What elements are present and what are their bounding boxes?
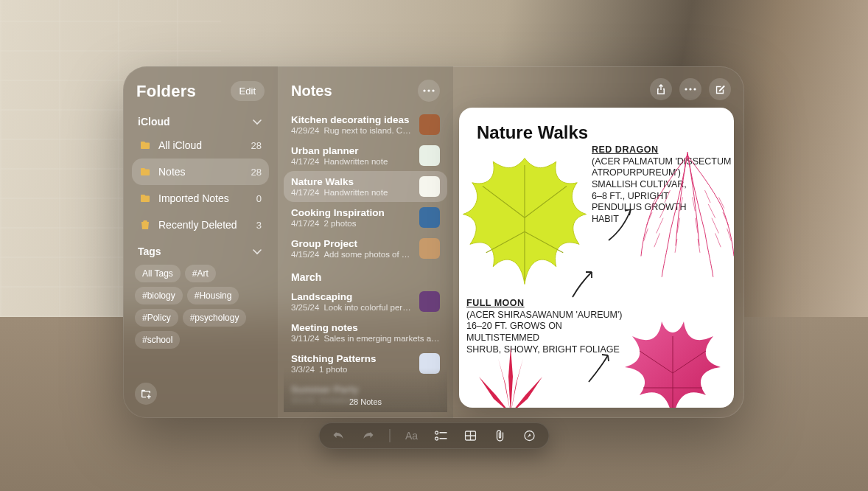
note-thumbnail	[419, 207, 440, 228]
section-label: Tags	[138, 246, 161, 257]
leaf-pink	[599, 314, 734, 408]
folder-plus-icon	[140, 388, 152, 400]
svg-point-6	[435, 431, 438, 434]
folder-count: 28	[251, 167, 262, 178]
new-folder-button[interactable]	[135, 383, 157, 405]
folder-count: 0	[256, 193, 262, 204]
sidebar-folder[interactable]: Notes28	[132, 159, 269, 185]
markup-button[interactable]	[522, 428, 538, 444]
folder-count: 3	[256, 220, 262, 231]
note-item-subtitle: 4/29/24Rug next to island. Conte…	[291, 126, 412, 135]
arrow-icon	[603, 203, 640, 248]
annotation-title: FULL MOON	[466, 298, 629, 310]
svg-point-0	[423, 89, 425, 91]
note-thumbnail	[419, 238, 440, 259]
note-item-title: Group Project	[291, 238, 412, 249]
more-button[interactable]	[679, 78, 701, 100]
note-list-item[interactable]: Urban planner4/17/24Handwritten note	[284, 140, 447, 171]
sidebar-folder[interactable]: Imported Notes0	[132, 185, 269, 212]
tag[interactable]: #Policy	[135, 309, 178, 327]
table-button[interactable]	[463, 428, 479, 444]
compose-button[interactable]	[709, 78, 731, 100]
note-list-item[interactable]: Summer Party3/1/24Invitations	[284, 379, 447, 410]
folder-icon	[139, 166, 151, 178]
paperclip-icon	[495, 430, 505, 442]
note-thumbnail	[419, 353, 440, 374]
share-icon	[656, 83, 666, 95]
note-list-item[interactable]: Kitchen decorating ideas4/29/24Rug next …	[284, 109, 447, 140]
note-thumbnail	[419, 114, 440, 135]
month-header: March	[284, 264, 447, 286]
sidebar: Folders Edit iCloud All iCloud28Notes28I…	[123, 66, 278, 418]
note-detail: Nature Walks RED DRAGON (ACER PALMATUM '…	[453, 66, 744, 418]
text-style-button[interactable]: Aa	[404, 428, 420, 444]
tag[interactable]: #Art	[185, 265, 216, 282]
more-button[interactable]	[418, 80, 440, 102]
note-item-subtitle: 4/17/242 photos	[291, 219, 412, 228]
svg-point-4	[689, 88, 691, 90]
note-item-title: Urban planner	[291, 145, 412, 156]
note-thumbnail	[419, 145, 440, 166]
note-list-item[interactable]: Cooking Inspiration4/17/242 photos	[284, 202, 447, 233]
sidebar-folder[interactable]: Recently Deleted3	[132, 212, 269, 238]
svg-point-3	[685, 88, 687, 90]
note-list: Notes Kitchen decorating ideas4/29/24Rug…	[278, 66, 453, 418]
section-icloud[interactable]: iCloud	[132, 108, 269, 132]
chevron-down-icon	[251, 246, 263, 257]
section-tags[interactable]: Tags	[132, 238, 269, 262]
svg-point-2	[432, 89, 434, 91]
note-list-item[interactable]: Group Project4/15/24Add some photos of t…	[284, 233, 447, 264]
note-list-item[interactable]: Stitching Patterns3/3/241 photo	[284, 348, 447, 379]
format-toolbar: Aa	[319, 422, 550, 449]
undo-button[interactable]	[331, 428, 347, 444]
note-list-item[interactable]: Nature Walks4/17/24Handwritten note	[284, 171, 447, 202]
note-item-title: Cooking Inspiration	[291, 207, 412, 218]
tags-container: All Tags#Art#biology#Housing#Policy#psyc…	[132, 262, 269, 352]
folder-icon	[139, 192, 151, 204]
note-thumbnail	[419, 176, 440, 197]
markup-icon	[524, 430, 536, 442]
note-list-item[interactable]: Meeting notes3/11/24Sales in emerging ma…	[284, 317, 447, 348]
leaf-red-small	[470, 344, 551, 408]
section-label: iCloud	[138, 116, 170, 128]
folder-label: Imported Notes	[158, 192, 229, 204]
folder-label: Recently Deleted	[158, 219, 237, 231]
note-item-title: Stitching Patterns	[291, 353, 412, 364]
folder-icon	[139, 139, 151, 151]
tag[interactable]: #biology	[135, 287, 183, 304]
note-item-title: Summer Party	[291, 384, 440, 395]
redo-button[interactable]	[360, 428, 377, 444]
note-canvas[interactable]: Nature Walks RED DRAGON (ACER PALMATUM '…	[459, 108, 734, 408]
tag[interactable]: All Tags	[135, 265, 181, 282]
svg-point-8	[435, 437, 438, 440]
table-icon	[465, 431, 477, 441]
trash-icon	[139, 219, 151, 231]
checklist-button[interactable]	[433, 428, 449, 444]
tag[interactable]: #psychology	[183, 309, 247, 327]
undo-icon	[332, 431, 346, 441]
svg-rect-7	[440, 432, 447, 433]
separator	[390, 429, 391, 442]
svg-point-1	[427, 89, 430, 91]
note-item-subtitle: 4/15/24Add some photos of their…	[291, 250, 412, 259]
note-item-title: Kitchen decorating ideas	[291, 114, 412, 125]
folder-label: All iCloud	[158, 139, 202, 151]
note-item-subtitle: 3/1/24Invitations	[291, 396, 440, 405]
note-item-subtitle: 4/17/24Handwritten note	[291, 188, 412, 197]
note-item-title: Nature Walks	[291, 176, 412, 187]
tag[interactable]: #Housing	[187, 287, 239, 304]
checklist-icon	[435, 431, 448, 441]
note-item-subtitle: 3/25/24Look into colorful perenn…	[291, 303, 412, 312]
share-button[interactable]	[650, 78, 672, 100]
folder-label: Notes	[158, 166, 186, 178]
redo-icon	[362, 431, 375, 441]
note-list-item[interactable]: Landscaping3/25/24Look into colorful per…	[284, 286, 447, 317]
edit-button[interactable]: Edit	[231, 81, 265, 101]
svg-rect-9	[440, 438, 447, 439]
tag[interactable]: #school	[135, 331, 180, 349]
sidebar-folder[interactable]: All iCloud28	[132, 132, 269, 159]
text-style-icon: Aa	[405, 430, 418, 442]
attach-button[interactable]	[492, 428, 508, 444]
note-title: Nature Walks	[477, 122, 716, 143]
ellipsis-icon	[423, 89, 435, 92]
